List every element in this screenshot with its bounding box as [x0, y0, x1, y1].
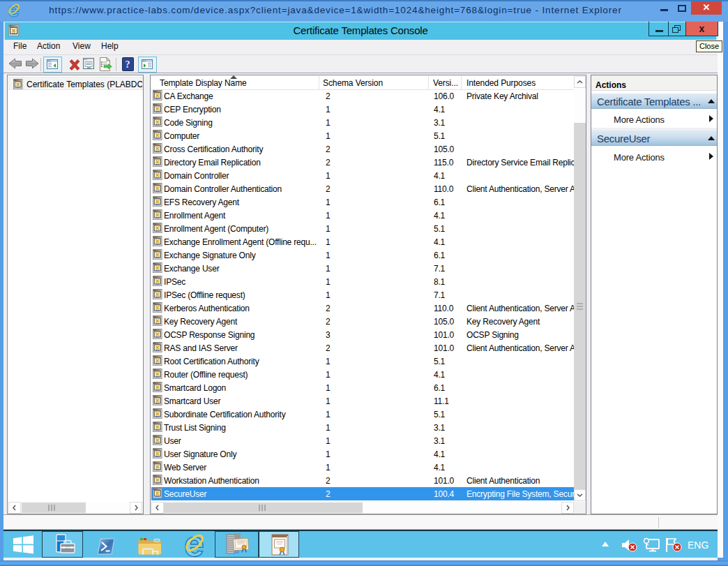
svg-text:?: ? [126, 59, 130, 70]
